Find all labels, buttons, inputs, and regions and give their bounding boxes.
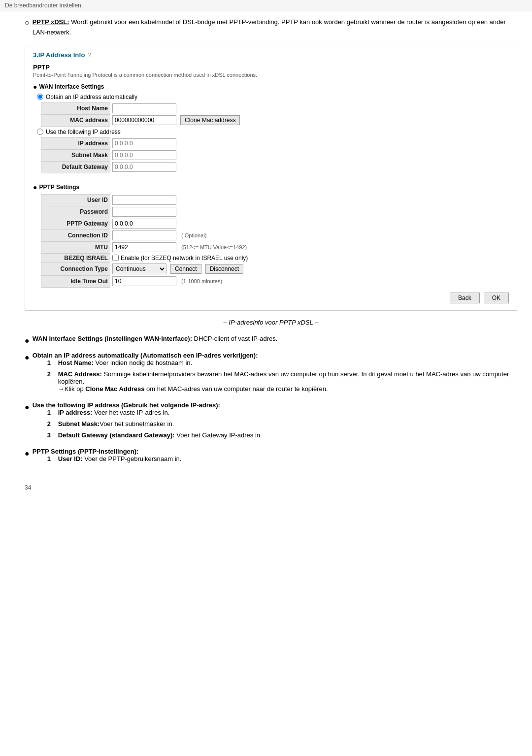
- page-number: 34: [25, 484, 31, 491]
- pptp-xdsl-content: PPTP xDSL: Wordt gebruikt voor een kabel…: [33, 17, 517, 38]
- body-bullet-wan-icon: ●: [25, 335, 30, 347]
- host-name-input-cell: [110, 102, 517, 114]
- mac-address-label: MAC address: [41, 114, 110, 126]
- obtain-item-1-bold: Host Name:: [58, 359, 94, 366]
- circle-bullet-icon: ○: [25, 17, 30, 28]
- back-button[interactable]: Back: [450, 293, 480, 303]
- intro-section: ○ PPTP xDSL: Wordt gebruikt voor een kab…: [25, 17, 517, 38]
- obtain-item-2-bold: MAC Address:: [58, 370, 102, 378]
- subnet-mask-label: Subnet Mask: [41, 149, 110, 161]
- bezeq-checkbox-label: Enable (for BEZEQ network in ISRAEL use …: [121, 255, 248, 262]
- password-label: Password: [41, 206, 110, 218]
- radio-auto-input[interactable]: [37, 94, 43, 100]
- disconnect-button[interactable]: Disconnect: [205, 264, 243, 274]
- pptp-xdsl-text: Wordt gebruikt voor een kabelmodel of DS…: [33, 18, 506, 36]
- host-name-label: Host Name: [41, 102, 110, 114]
- bezeq-input-cell: Enable (for BEZEQ network in ISRAEL use …: [110, 253, 517, 263]
- body-wan-settings: ● WAN Interface Settings (instellingen W…: [25, 335, 517, 347]
- connection-type-select[interactable]: Continuous: [112, 263, 166, 274]
- wan-auto-table: Host Name MAC address Clone Mac address: [41, 102, 517, 127]
- body-obtain-content: Obtain an IP address automatically (Auto…: [33, 352, 517, 396]
- bezeq-checkbox[interactable]: [112, 255, 119, 261]
- host-name-input[interactable]: [112, 103, 176, 113]
- following-item-2: 2 Subnet Mask:Voer het subnetmasker in.: [47, 420, 262, 427]
- idle-timeout-row: Idle Time Out (1-1000 minutes): [41, 275, 517, 287]
- form-panel: 3.IP Address Info ? PPTP Point-to-Point …: [25, 46, 517, 311]
- bezeq-label: BEZEQ ISRAEL: [41, 253, 110, 263]
- ip-address-label: IP address: [41, 137, 110, 149]
- caption: – IP-adresinfo voor PPTP xDSL –: [25, 319, 517, 326]
- obtain-item-2-text: Sommige kabelinternetproviders bewaren h…: [58, 370, 509, 393]
- mac-address-input[interactable]: [112, 115, 176, 125]
- page-footer: 34: [25, 471, 517, 491]
- connection-id-input[interactable]: [112, 230, 176, 240]
- protocol-desc: Point-to-Point Tunneling Protocol is a c…: [33, 72, 509, 78]
- obtain-item-1-content: Host Name: Voer indien nodig de hostnaam…: [58, 359, 192, 366]
- password-input-cell: [110, 206, 517, 218]
- body-pptp-bold: PPTP Settings (PPTP-instellingen):: [33, 448, 139, 455]
- pptp-item-1: 1 User ID: Voer de PPTP-gebruikersnaam i…: [47, 455, 182, 462]
- following-item-3-content: Default Gateway (standaard Gateway): Voe…: [58, 431, 262, 439]
- ok-button[interactable]: OK: [484, 293, 509, 303]
- subnet-mask-input[interactable]: [112, 150, 176, 160]
- pptp-item-1-content: User ID: Voer de PPTP-gebruikersnaam in.: [58, 455, 182, 462]
- idle-timeout-hint: (1-1000 minutes): [181, 278, 222, 284]
- body-bullet-following-icon: ●: [25, 401, 30, 413]
- pptp-num-1: 1: [47, 455, 55, 462]
- mtu-label: MTU: [41, 241, 110, 253]
- pptp-gateway-input-cell: [110, 218, 517, 230]
- mtu-hint: (512<= MTU Value<=1492): [181, 244, 247, 250]
- body-following-content: Use the following IP address (Gebruik he…: [33, 401, 262, 443]
- body-pptp-content: PPTP Settings (PPTP-instellingen): 1 Use…: [33, 448, 182, 466]
- connection-id-hint: ( Optional): [181, 232, 206, 238]
- radio-manual-label: Use the following IP address: [46, 129, 121, 135]
- connection-type-input-cell: Continuous Connect Disconnect: [110, 263, 517, 275]
- idle-timeout-row-inner: (1-1000 minutes): [112, 276, 515, 286]
- mtu-input-cell: (512<= MTU Value<=1492): [110, 241, 517, 253]
- info-icon[interactable]: ?: [88, 52, 91, 59]
- idle-timeout-input[interactable]: [112, 276, 176, 286]
- connection-id-row: Connection ID ( Optional): [41, 230, 517, 241]
- wan-group-text: WAN Interface Settings: [39, 83, 104, 90]
- body-bullet-obtain-icon: ●: [25, 352, 30, 363]
- obtain-item-2: 2 MAC Address: Sommige kabelinternetprov…: [47, 370, 517, 393]
- obtain-item-1: 1 Host Name: Voer indien nodig de hostna…: [47, 359, 517, 366]
- idle-timeout-label: Idle Time Out: [41, 275, 110, 287]
- user-id-label: User ID: [41, 194, 110, 206]
- radio-obtain-auto[interactable]: Obtain an IP address automatically: [37, 94, 509, 100]
- bezeq-row: BEZEQ ISRAEL Enable (for BEZEQ network i…: [41, 253, 517, 263]
- body-use-following: ● Use the following IP address (Gebruik …: [25, 401, 517, 443]
- body-bullet-pptp-icon: ●: [25, 448, 30, 460]
- connection-id-label: Connection ID: [41, 230, 110, 241]
- clone-mac-button[interactable]: Clone Mac address: [180, 115, 240, 125]
- password-input[interactable]: [112, 207, 176, 217]
- following-num-1: 1: [47, 409, 55, 416]
- body-following-bold: Use the following IP address (Gebruik he…: [33, 401, 220, 409]
- obtain-num-1: 1: [47, 359, 55, 366]
- following-item-1-bold: IP address:: [58, 409, 93, 416]
- pptp-bullet-icon: ●: [33, 183, 37, 191]
- pptp-gateway-input[interactable]: [112, 219, 176, 229]
- mac-input-row: Clone Mac address: [112, 115, 515, 125]
- subnet-mask-row: Subnet Mask: [41, 149, 517, 161]
- pptp-group-label: ● PPTP Settings: [33, 183, 509, 191]
- radio-use-following[interactable]: Use the following IP address: [37, 129, 509, 135]
- following-item-2-bold: Subnet Mask:: [58, 420, 100, 427]
- ip-address-input[interactable]: [112, 138, 176, 148]
- radio-manual-input[interactable]: [37, 129, 43, 135]
- mtu-input[interactable]: [112, 242, 176, 252]
- following-item-3-text: Voer het Gateway IP-adres in.: [175, 431, 262, 439]
- default-gateway-input[interactable]: [112, 162, 176, 172]
- connect-button[interactable]: Connect: [170, 264, 201, 274]
- wan-manual-table: IP address Subnet Mask Default Gateway: [41, 137, 517, 173]
- pptp-xdsl-intro: ○ PPTP xDSL: Wordt gebruikt voor een kab…: [25, 17, 517, 38]
- section-title: 3.IP Address Info: [33, 51, 85, 59]
- user-id-input[interactable]: [112, 195, 176, 205]
- following-item-2-content: Subnet Mask:Voer het subnetmasker in.: [58, 420, 174, 427]
- connection-type-label: Connection Type: [41, 263, 110, 275]
- following-item-1: 1 IP address: Voer het vaste IP-adres in…: [47, 409, 262, 416]
- subnet-mask-input-cell: [110, 149, 517, 161]
- ip-address-row: IP address: [41, 137, 517, 149]
- mac-address-row: MAC address Clone Mac address: [41, 114, 517, 126]
- protocol-title: PPTP: [33, 64, 509, 71]
